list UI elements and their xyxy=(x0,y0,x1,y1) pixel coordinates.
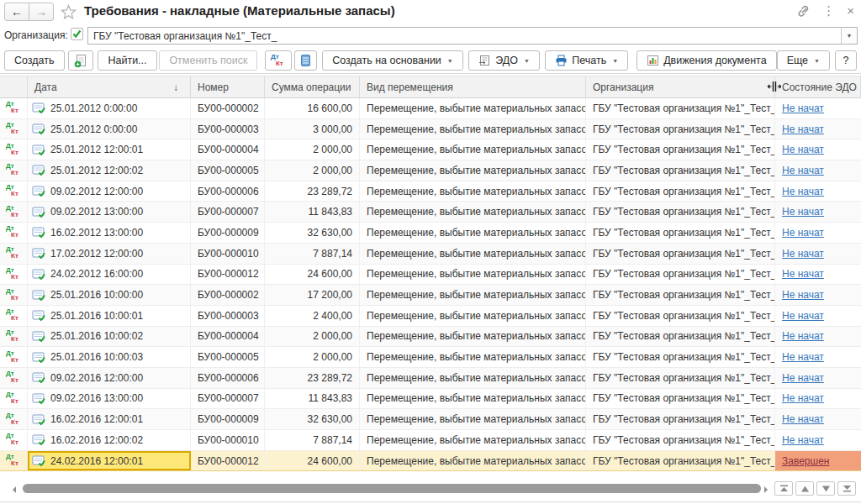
go-next-button[interactable] xyxy=(816,481,835,496)
find-button[interactable]: Найти... xyxy=(98,50,156,71)
checkmark-icon xyxy=(71,29,82,39)
dt-kt-posted-icon: ДтКт xyxy=(6,101,21,115)
row-edo-status-cell: Не начат xyxy=(775,347,861,367)
edo-status-link[interactable]: Не начат xyxy=(782,392,824,404)
row-date-cell[interactable]: 25.01.2012 0:00:00 xyxy=(28,98,191,118)
row-amount: 23 289,72 xyxy=(265,368,360,388)
organization-checkbox[interactable] xyxy=(71,28,83,40)
edo-status-link[interactable]: Не начат xyxy=(782,268,824,280)
row-date-cell[interactable]: 25.01.2012 12:00:01 xyxy=(28,139,191,160)
table-row[interactable]: ДтКт 16.02.2012 13:00:00 БУ00-000009 32 … xyxy=(0,223,861,244)
row-date-cell[interactable]: 25.01.2016 10:00:02 xyxy=(28,327,191,347)
row-edo-status-cell: Не начат xyxy=(775,160,861,181)
row-edo-status-cell: Не начат xyxy=(775,244,861,264)
edo-status-link[interactable]: Не начат xyxy=(782,102,824,114)
row-date-cell[interactable]: 16.02.2012 13:00:00 xyxy=(28,223,191,243)
column-header-date[interactable]: Дата ↓ xyxy=(28,76,191,97)
table-row[interactable]: ДтКт 25.01.2016 10:00:02 БУ00-000004 2 0… xyxy=(0,327,861,348)
scroll-left-arrow[interactable] xyxy=(13,486,16,493)
scroll-right-arrow[interactable] xyxy=(764,486,768,493)
table-row[interactable]: ДтКт 25.01.2016 10:00:01 БУ00-000003 2 4… xyxy=(0,306,861,327)
column-header-organization[interactable]: Организация xyxy=(586,76,775,97)
table-row[interactable]: ДтКт 24.02.2016 12:00:01 БУ00-000012 24 … xyxy=(0,451,861,472)
more-button[interactable]: Еще ▼ xyxy=(777,50,830,71)
back-button[interactable]: ← xyxy=(4,3,29,21)
row-date-cell[interactable]: 25.01.2016 10:00:03 xyxy=(28,347,191,367)
edo-status-link[interactable]: Не начат xyxy=(782,227,824,239)
row-date-cell[interactable]: 09.02.2012 13:00:00 xyxy=(28,202,191,222)
edo-status-link[interactable]: Не начат xyxy=(782,165,824,176)
table-row[interactable]: ДтКт 09.02.2016 13:00:00 БУ00-000007 11 … xyxy=(0,389,861,410)
row-date-cell[interactable]: 25.01.2016 10:00:00 xyxy=(28,285,191,305)
row-date: 25.01.2012 0:00:00 xyxy=(50,102,137,114)
edo-status-link[interactable]: Не начат xyxy=(782,289,824,301)
edo-status-link[interactable]: Не начат xyxy=(782,330,824,342)
row-date-cell[interactable]: 25.01.2012 12:00:02 xyxy=(28,160,191,181)
table-row[interactable]: ДтКт 16.02.2016 12:00:02 БУ00-000010 7 8… xyxy=(0,430,861,451)
edo-button[interactable]: ЭДО ▼ xyxy=(468,50,540,71)
edo-status-link[interactable]: Не начат xyxy=(782,310,824,322)
row-date: 25.01.2012 0:00:00 xyxy=(50,123,137,135)
table-row[interactable]: ДтКт 25.01.2012 0:00:00 БУ00-000003 3 00… xyxy=(0,119,861,140)
edo-status-link[interactable]: Не начат xyxy=(782,413,824,425)
table-row[interactable]: ДтКт 24.02.2012 16:00:00 БУ00-000012 24 … xyxy=(0,265,861,286)
table-row[interactable]: ДтКт 17.02.2012 12:00:00 БУ00-000010 7 8… xyxy=(0,244,861,265)
table-row[interactable]: ДтКт 25.01.2012 12:00:02 БУ00-000005 2 0… xyxy=(0,160,861,181)
table-row[interactable]: ДтКт 16.02.2016 12:00:01 БУ00-000009 32 … xyxy=(0,409,861,430)
menu-kebab-icon[interactable]: ⋮ xyxy=(822,3,835,19)
row-date-cell[interactable]: 25.01.2012 0:00:00 xyxy=(28,119,191,139)
row-date-cell[interactable]: 09.02.2016 12:00:00 xyxy=(28,368,191,388)
forward-button[interactable]: → xyxy=(29,3,54,21)
go-first-button[interactable] xyxy=(774,481,793,496)
row-date-cell[interactable]: 17.02.2012 12:00:00 xyxy=(28,244,191,264)
edo-status-link[interactable]: Не начат xyxy=(782,351,824,363)
edo-status-link[interactable]: Завершен xyxy=(782,455,829,467)
table-row[interactable]: ДтКт 09.02.2016 12:00:00 БУ00-000006 23 … xyxy=(0,368,861,389)
table-row[interactable]: ДтКт 09.02.2012 13:00:00 БУ00-000007 11 … xyxy=(0,202,861,223)
go-previous-button[interactable] xyxy=(795,481,814,496)
column-header-amount[interactable]: Сумма операции xyxy=(265,76,360,97)
row-date-cell[interactable]: 25.01.2016 10:00:01 xyxy=(28,306,191,326)
row-number: БУ00-000006 xyxy=(191,181,265,202)
row-date-cell[interactable]: 09.02.2016 13:00:00 xyxy=(28,389,191,409)
edo-status-link[interactable]: Не начат xyxy=(782,186,824,197)
row-date-cell[interactable]: 16.02.2016 12:00:01 xyxy=(28,409,191,429)
row-date-cell[interactable]: 24.02.2016 12:00:01 xyxy=(28,451,191,471)
row-date-cell[interactable]: 24.02.2012 16:00:00 xyxy=(28,265,191,285)
register-list-button[interactable] xyxy=(294,50,317,71)
column-header-number[interactable]: Номер xyxy=(191,76,265,97)
cancel-search-button[interactable]: Отменить поиск xyxy=(159,50,257,71)
table-row[interactable]: ДтКт 25.01.2012 0:00:00 БУ00-000002 16 6… xyxy=(0,98,861,119)
go-last-button[interactable] xyxy=(837,481,856,496)
column-header-kind[interactable]: Вид перемещения xyxy=(360,76,586,97)
edo-status-link[interactable]: Не начат xyxy=(782,206,824,218)
show-postings-button[interactable]: ДтКт xyxy=(265,50,292,71)
table-row[interactable]: ДтКт 25.01.2016 10:00:03 БУ00-000005 2 0… xyxy=(0,347,861,368)
edo-status-link[interactable]: Не начат xyxy=(782,434,824,446)
favorite-star-icon[interactable] xyxy=(61,4,77,19)
organization-dropdown-button[interactable]: ▼ xyxy=(841,28,857,44)
edo-status-link[interactable]: Не начат xyxy=(782,144,824,155)
table-row[interactable]: ДтКт 25.01.2016 10:00:00 БУ00-000002 17 … xyxy=(0,285,861,306)
column-header-edo-status[interactable]: Состояние ЭДО xyxy=(775,76,861,97)
row-date-cell[interactable]: 16.02.2016 12:00:02 xyxy=(28,430,191,450)
organization-field[interactable]: ГБУ "Тестовая организация №1"_Тест_ ▼ xyxy=(87,27,858,45)
row-date-cell[interactable]: 09.02.2012 12:00:00 xyxy=(28,181,191,202)
column-header-icons[interactable] xyxy=(0,76,28,97)
row-organization: ГБУ "Тестовая организация №1"_Тест_ xyxy=(586,389,775,409)
close-icon[interactable]: × xyxy=(847,3,854,19)
document-movements-button[interactable]: Движения документа xyxy=(637,50,776,71)
help-button[interactable]: ? xyxy=(835,50,857,71)
edo-status-link[interactable]: Не начат xyxy=(782,372,824,384)
horizontal-scrollbar-thumb[interactable] xyxy=(23,484,761,493)
create-button[interactable]: Создать xyxy=(4,50,65,71)
edo-status-link[interactable]: Не начат xyxy=(782,123,824,135)
create-based-on-button[interactable]: Создать на основании ▼ xyxy=(322,50,463,71)
table-row[interactable]: ДтКт 09.02.2012 12:00:00 БУ00-000006 23 … xyxy=(0,181,861,202)
edo-status-link[interactable]: Не начат xyxy=(782,248,824,260)
copy-button[interactable] xyxy=(68,50,93,71)
link-icon[interactable] xyxy=(796,4,811,18)
row-amount: 16 600,00 xyxy=(265,98,360,118)
table-row[interactable]: ДтКт 25.01.2012 12:00:01 БУ00-000004 2 0… xyxy=(0,139,861,160)
print-button[interactable]: Печать ▼ xyxy=(545,50,628,71)
